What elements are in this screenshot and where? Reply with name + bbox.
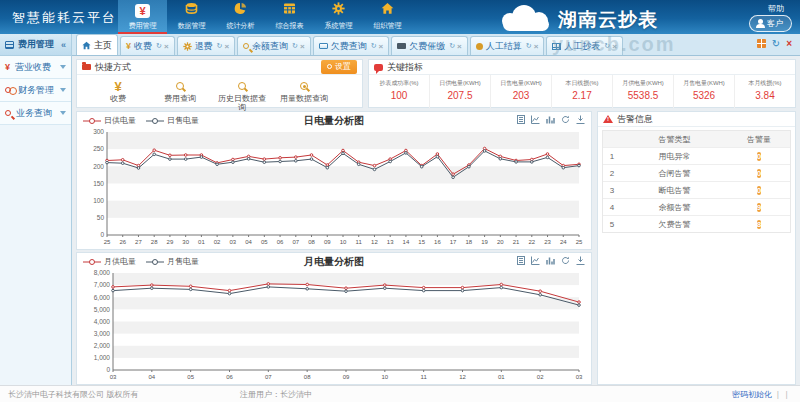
yen-icon: ¥ [5, 62, 10, 72]
shortcut-usage-data-query[interactable]: 用量数据查询 [273, 79, 335, 112]
tab-refund[interactable]: 退费↻× [177, 36, 236, 55]
tab-refresh-icon[interactable]: ↻ [449, 42, 455, 50]
svg-text:28: 28 [151, 239, 158, 245]
svg-text:03: 03 [576, 374, 583, 380]
svg-text:200: 200 [93, 163, 104, 170]
footer-divider: ❘❘ [775, 390, 792, 399]
svg-text:24: 24 [560, 239, 567, 245]
tab-refresh-icon[interactable]: ↻ [292, 42, 298, 50]
daily-chart-title: 日电量分析图 [77, 114, 591, 128]
alert-row[interactable]: 3断电告警0 [603, 181, 790, 198]
restore-icon[interactable] [561, 256, 570, 265]
bar-chart-icon[interactable] [546, 115, 555, 124]
svg-text:25: 25 [104, 239, 111, 245]
shortcut-label: 收费 [87, 94, 149, 103]
coin-icon [476, 43, 483, 50]
tab-arrears-query[interactable]: 欠费查询↻× [313, 36, 390, 55]
svg-text:26: 26 [119, 239, 126, 245]
password-init-link[interactable]: 密码初始化 [732, 389, 772, 400]
line-chart-icon[interactable] [531, 256, 540, 265]
settings-button[interactable]: 设置 [321, 60, 357, 74]
top-header: 智慧能耗云平台 ¥费用管理数据管理统计分析综合报表系统管理组织管理 帮助 客户 [0, 0, 800, 34]
save-image-icon[interactable] [576, 256, 585, 265]
collapse-icon[interactable]: « [61, 40, 66, 50]
alert-count-badge[interactable]: 9 [757, 203, 761, 212]
user-button[interactable]: 客户 [749, 15, 792, 32]
svg-text:03: 03 [230, 239, 237, 245]
data-view-icon[interactable] [517, 115, 525, 124]
tab-balance-query[interactable]: 余额查询↻× [237, 36, 311, 55]
alert-count-badge[interactable]: 0 [757, 152, 761, 161]
tab-arrears-reminder[interactable]: 欠费催缴↻× [391, 36, 468, 55]
alert-row[interactable]: 2合闸告警0 [603, 164, 790, 181]
alert-row[interactable]: 4余额告警9 [603, 198, 790, 215]
tab-manual-settle[interactable]: 人工结算↻× [470, 36, 545, 55]
svg-text:21: 21 [513, 239, 520, 245]
restore-icon[interactable] [561, 115, 570, 124]
tab-refresh-icon[interactable]: ↻ [217, 42, 223, 50]
nav-item-system[interactable]: 系统管理 [314, 0, 363, 34]
alert-count-badge[interactable]: 8 [757, 220, 761, 229]
chevron-down-icon[interactable] [60, 111, 66, 115]
tab-home[interactable]: 主页 [76, 34, 118, 55]
alert-count-badge[interactable]: 0 [757, 169, 761, 178]
line-chart-icon[interactable] [531, 115, 540, 124]
tab-refresh-icon[interactable]: ↻ [526, 42, 532, 50]
tab-close-icon[interactable]: × [300, 42, 305, 51]
indicator-value: 5538.5 [613, 90, 673, 101]
svg-text:08: 08 [304, 374, 311, 380]
tab-close-icon[interactable]: × [457, 42, 462, 51]
user-icon [758, 19, 763, 24]
shortcut-history-day-data-query[interactable]: 历史日数据查询 [211, 79, 273, 112]
sidebar-item-label: 财务管理 [18, 84, 54, 97]
save-image-icon[interactable] [576, 115, 585, 124]
help-link[interactable]: 帮助 [768, 3, 784, 14]
menu-grid-icon[interactable] [757, 39, 766, 48]
list-icon [5, 41, 14, 49]
main-nav: ¥费用管理数据管理统计分析综合报表系统管理组织管理 [118, 0, 412, 34]
tab-refresh-icon[interactable]: ↻ [156, 42, 162, 50]
data-view-icon[interactable] [517, 256, 525, 265]
yen-icon: ¥ [126, 41, 131, 51]
alert-count-badge[interactable]: 0 [757, 186, 761, 195]
indicator-cell: 日售电量(KWH)203 [490, 75, 551, 108]
shortcut-fee-query[interactable]: 费用查询 [149, 79, 211, 112]
alerts-table: 告警类型 告警量 1用电异常02合闸告警03断电告警04余额告警95欠费告警8 [602, 130, 791, 233]
alerts-title: 告警信息 [617, 113, 653, 126]
nav-item-data[interactable]: 数据管理 [167, 0, 216, 34]
chevron-down-icon[interactable] [60, 65, 66, 69]
bar-chart-icon[interactable] [546, 256, 555, 265]
alert-row[interactable]: 5欠费告警8 [603, 215, 790, 232]
indicator-label: 本月线损(%) [740, 79, 791, 88]
svg-text:15: 15 [418, 239, 425, 245]
indicators: 抄表成功率(%)100日供电量(KWH)207.5日售电量(KWH)203本日线… [369, 75, 795, 108]
tab-close-icon[interactable]: × [224, 42, 229, 51]
refresh-icon[interactable]: ↻ [772, 39, 780, 48]
svg-text:2,000: 2,000 [94, 342, 111, 349]
sidebar-item-label: 营业收费 [15, 61, 51, 74]
tab-close-icon[interactable]: × [164, 42, 169, 51]
sidebar-item-business-charge[interactable]: ¥营业收费 [0, 56, 71, 79]
gear-icon [183, 42, 192, 51]
sidebar-item-business-query[interactable]: 业务查询 [0, 102, 71, 125]
shortcut-charge[interactable]: ¥收费 [87, 79, 149, 112]
database-icon [185, 2, 198, 15]
indicator-label: 日供电量(KWH) [435, 79, 486, 88]
svg-text:09: 09 [343, 374, 350, 380]
alert-type: 断电告警 [621, 185, 728, 196]
tab-close-icon[interactable]: × [379, 42, 384, 51]
sidebar-header[interactable]: 费用管理 « [0, 34, 71, 56]
monthly-chart-panel: 月供电量月售电量 月电量分析图 01,0002,0003,0004,0005,0… [76, 252, 592, 385]
tab-close-icon[interactable]: × [534, 42, 539, 51]
sidebar-item-finance[interactable]: 财务管理 [0, 79, 71, 102]
nav-item-reports[interactable]: 综合报表 [265, 0, 314, 34]
nav-item-stats[interactable]: 统计分析 [216, 0, 265, 34]
nav-item-org[interactable]: 组织管理 [363, 0, 412, 34]
tab-refresh-icon[interactable]: ↻ [371, 42, 377, 50]
indicator-value: 2.17 [552, 90, 612, 101]
nav-item-fees[interactable]: ¥费用管理 [118, 0, 167, 34]
close-icon[interactable]: × [786, 39, 792, 48]
alert-row[interactable]: 1用电异常0 [603, 147, 790, 164]
chevron-down-icon[interactable] [60, 88, 66, 92]
tab-charge[interactable]: ¥收费↻× [120, 36, 175, 55]
